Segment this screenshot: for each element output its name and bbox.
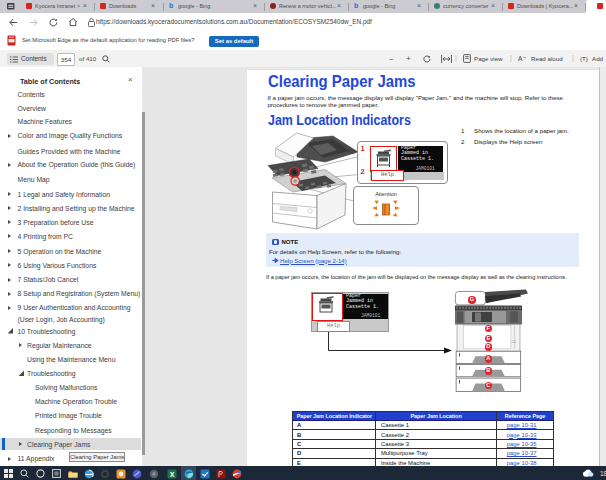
- svg-text:X: X: [170, 470, 175, 477]
- svg-text:C1: C1: [512, 340, 517, 344]
